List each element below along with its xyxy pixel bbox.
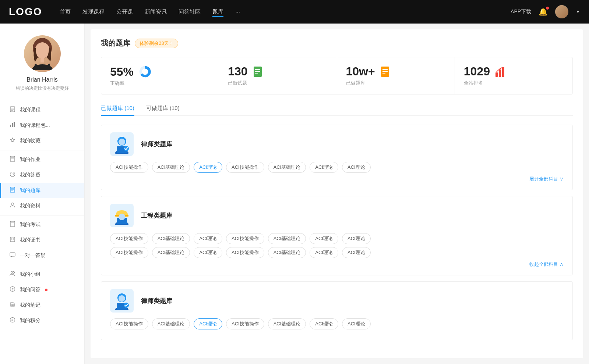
- stat-accuracy: 55% 正确率: [101, 57, 219, 94]
- tag[interactable]: ACI技能操作: [226, 318, 264, 329]
- sidebar-item-notes[interactable]: 我的笔记: [0, 297, 84, 313]
- tag[interactable]: ACI技能操作: [110, 247, 148, 258]
- homework-icon: [9, 156, 16, 163]
- stat-banks-value: 10w+: [346, 65, 375, 78]
- stat-questions-value: 130: [228, 65, 247, 78]
- tags-row-engineer-1: ACI技能操作 ACI基础理论 ACI理论 ACI技能操作 ACI基础理论 AC…: [110, 233, 564, 244]
- tag[interactable]: ACI理论: [310, 318, 338, 329]
- svg-point-57: [119, 214, 125, 220]
- sidebar-item-one-on-one[interactable]: 一对一答疑: [0, 248, 84, 263]
- chevron-down-icon[interactable]: ▼: [576, 9, 580, 14]
- menu-divider-3: [0, 265, 84, 265]
- tab-done[interactable]: 已做题库 (10): [101, 105, 134, 115]
- notification-dot: [546, 7, 549, 10]
- sidebar-item-cert[interactable]: 我的证书: [0, 232, 84, 248]
- svg-rect-46: [499, 69, 501, 77]
- tag[interactable]: ACI理论: [342, 247, 371, 258]
- sidebar-item-exam[interactable]: 我的考试: [0, 217, 84, 232]
- bank-icon-lawyer: [110, 132, 134, 156]
- tag[interactable]: ACI基础理论: [152, 233, 190, 244]
- nav-link-more[interactable]: ···: [235, 7, 240, 17]
- bank-name-lawyer-1: 律师类题库: [141, 140, 172, 149]
- bank-icon-lawyer-2: [110, 289, 134, 313]
- tag[interactable]: ACI基础理论: [152, 162, 190, 173]
- bank-section-lawyer-2: 律师类题库 ACI技能操作 ACI基础理论 ACI理论 ACI技能操作 ACI基…: [101, 281, 573, 340]
- tag[interactable]: ACI基础理论: [152, 318, 190, 329]
- bank-icon-engineer: [110, 204, 134, 227]
- tag[interactable]: ACI技能操作: [110, 318, 148, 329]
- sidebar-item-courses[interactable]: 我的课程: [0, 102, 84, 118]
- stat-questions-top: 130: [228, 65, 328, 78]
- tag[interactable]: ACI技能操作: [110, 233, 148, 244]
- sidebar-item-points[interactable]: P 我的积分: [0, 313, 84, 328]
- sidebar-item-course-pack[interactable]: 我的课程包...: [0, 118, 84, 133]
- document-icon: [9, 106, 16, 114]
- expand-toggle-1[interactable]: 展开全部科目 ∨: [110, 176, 564, 182]
- unread-dot: [45, 289, 47, 291]
- bank-name-engineer: 工程类题库: [141, 211, 172, 220]
- tag[interactable]: ACI理论: [310, 233, 338, 244]
- collapse-toggle[interactable]: 收起全部科目 ∧: [110, 261, 564, 268]
- tag[interactable]: ACI理论: [342, 162, 371, 173]
- stat-questions: 130 已做试题: [219, 57, 337, 94]
- sidebar-item-bank[interactable]: 我的题库: [0, 183, 84, 198]
- svg-rect-22: [10, 221, 15, 226]
- lawyer-icon-2: [113, 291, 131, 310]
- nav-right: APP下载 🔔 ▼: [511, 5, 580, 18]
- tag[interactable]: ACI技能操作: [226, 233, 264, 244]
- nav-link-discover[interactable]: 发现课程: [82, 7, 105, 17]
- stat-banks-top: 10w+: [346, 65, 446, 78]
- svg-point-25: [12, 238, 14, 240]
- nav-link-open[interactable]: 公开课: [116, 7, 133, 17]
- avatar[interactable]: [555, 5, 568, 18]
- sidebar-item-group[interactable]: 我的小组: [0, 267, 84, 282]
- tag[interactable]: ACI技能操作: [226, 247, 264, 258]
- sidebar-item-course-pack-label: 我的课程包...: [20, 122, 50, 129]
- exam-icon: [9, 221, 16, 228]
- question-circle-icon: ?: [9, 171, 16, 179]
- svg-rect-45: [495, 72, 498, 77]
- tag[interactable]: ACI理论: [194, 318, 222, 329]
- tag[interactable]: ACI理论: [342, 318, 371, 329]
- sidebar-item-qa[interactable]: ? 我的答疑: [0, 167, 84, 183]
- sidebar-item-bank-label: 我的题库: [20, 187, 40, 194]
- tag[interactable]: ACI理论: [310, 162, 338, 173]
- app-download-button[interactable]: APP下载: [511, 8, 531, 15]
- nav-links: 首页 发现课程 公开课 新闻资讯 问答社区 题库 ···: [60, 7, 511, 17]
- notification-bell[interactable]: 🔔: [539, 7, 548, 16]
- avatar-illustration: [28, 37, 57, 70]
- profile-name: Brian Harris: [27, 76, 57, 83]
- stat-accuracy-label: 正确率: [110, 80, 210, 87]
- lawyer-icon: [113, 135, 131, 154]
- sidebar-item-favorites[interactable]: 我的收藏: [0, 133, 84, 149]
- svg-rect-8: [10, 125, 11, 127]
- sidebar-item-homework[interactable]: 我的作业: [0, 152, 84, 167]
- page-header: 我的题库 体验剩余23天！: [101, 38, 573, 48]
- sidebar-item-homework-label: 我的作业: [20, 156, 40, 163]
- tag[interactable]: ACI技能操作: [110, 162, 148, 173]
- nav-link-news[interactable]: 新闻资讯: [145, 7, 167, 17]
- sidebar-item-courses-label: 我的课程: [20, 107, 40, 113]
- tag[interactable]: ACI理论: [342, 233, 371, 244]
- tag[interactable]: ACI理论: [194, 162, 222, 173]
- svg-rect-10: [14, 122, 15, 127]
- tag[interactable]: ACI基础理论: [268, 247, 306, 258]
- tab-available[interactable]: 可做题库 (10): [146, 105, 180, 115]
- sidebar-item-questions[interactable]: ? 我的问答: [0, 282, 84, 297]
- tag[interactable]: ACI理论: [310, 247, 338, 258]
- sidebar-item-profile[interactable]: 我的资料: [0, 198, 84, 214]
- nav-link-home[interactable]: 首页: [60, 7, 71, 17]
- tag[interactable]: ACI基础理论: [268, 233, 306, 244]
- sidebar-item-profile-label: 我的资料: [20, 203, 40, 209]
- svg-text:?: ?: [12, 173, 14, 176]
- nav-link-bank[interactable]: 题库: [212, 7, 223, 17]
- nav-link-qa[interactable]: 问答社区: [179, 7, 201, 17]
- tag[interactable]: ACI基础理论: [152, 247, 190, 258]
- tag[interactable]: ACI基础理论: [268, 162, 306, 173]
- tag[interactable]: ACI理论: [194, 247, 222, 258]
- nav-logo[interactable]: LOGO: [9, 6, 42, 18]
- svg-rect-24: [10, 237, 15, 242]
- tag[interactable]: ACI技能操作: [226, 162, 264, 173]
- tag[interactable]: ACI基础理论: [268, 318, 306, 329]
- tag[interactable]: ACI理论: [194, 233, 222, 244]
